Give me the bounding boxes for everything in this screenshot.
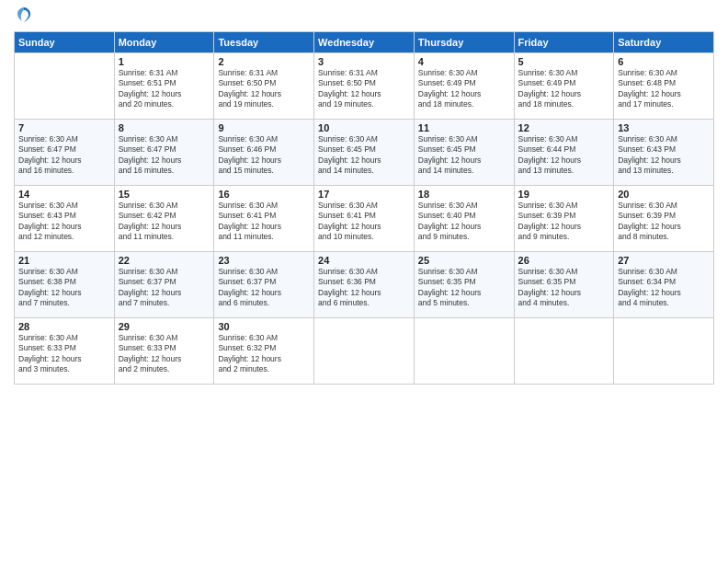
day-number: 22 xyxy=(119,255,210,266)
day-number: 23 xyxy=(218,255,310,266)
calendar-cell: 19Sunrise: 6:30 AM Sunset: 6:39 PM Dayli… xyxy=(514,186,614,252)
day-number: 12 xyxy=(518,122,610,133)
calendar-week-row: 14Sunrise: 6:30 AM Sunset: 6:43 PM Dayli… xyxy=(15,186,714,252)
day-info: Sunrise: 6:30 AM Sunset: 6:49 PM Dayligh… xyxy=(518,68,610,110)
day-info: Sunrise: 6:30 AM Sunset: 6:40 PM Dayligh… xyxy=(418,201,510,243)
day-info: Sunrise: 6:30 AM Sunset: 6:43 PM Dayligh… xyxy=(618,134,710,177)
calendar-cell: 30Sunrise: 6:30 AM Sunset: 6:32 PM Dayli… xyxy=(214,318,314,385)
logo-bird-icon xyxy=(16,6,32,26)
day-number: 16 xyxy=(218,189,310,200)
day-info: Sunrise: 6:30 AM Sunset: 6:32 PM Dayligh… xyxy=(218,333,310,375)
calendar-cell: 16Sunrise: 6:30 AM Sunset: 6:41 PM Dayli… xyxy=(214,186,314,252)
calendar-cell: 2Sunrise: 6:31 AM Sunset: 6:50 PM Daylig… xyxy=(214,53,314,120)
day-info: Sunrise: 6:30 AM Sunset: 6:37 PM Dayligh… xyxy=(119,267,210,309)
calendar-cell: 24Sunrise: 6:30 AM Sunset: 6:36 PM Dayli… xyxy=(314,252,415,318)
day-info: Sunrise: 6:30 AM Sunset: 6:35 PM Dayligh… xyxy=(418,267,510,309)
calendar-table: SundayMondayTuesdayWednesdayThursdayFrid… xyxy=(14,31,714,385)
calendar-week-row: 7Sunrise: 6:30 AM Sunset: 6:47 PM Daylig… xyxy=(15,120,714,186)
day-number: 24 xyxy=(318,255,410,266)
day-number: 8 xyxy=(119,122,210,133)
day-number: 7 xyxy=(18,122,110,133)
day-info: Sunrise: 6:30 AM Sunset: 6:33 PM Dayligh… xyxy=(119,333,210,375)
day-info: Sunrise: 6:30 AM Sunset: 6:36 PM Dayligh… xyxy=(318,267,410,309)
page: SundayMondayTuesdayWednesdayThursdayFrid… xyxy=(0,0,728,563)
day-number: 29 xyxy=(119,321,210,332)
day-info: Sunrise: 6:30 AM Sunset: 6:47 PM Dayligh… xyxy=(18,134,110,177)
day-number: 15 xyxy=(119,189,210,200)
day-info: Sunrise: 6:31 AM Sunset: 6:50 PM Dayligh… xyxy=(318,68,410,110)
day-info: Sunrise: 6:30 AM Sunset: 6:34 PM Dayligh… xyxy=(618,267,710,309)
calendar-cell: 14Sunrise: 6:30 AM Sunset: 6:43 PM Dayli… xyxy=(15,186,115,252)
calendar-cell xyxy=(514,318,614,385)
day-number: 4 xyxy=(418,56,510,67)
day-number: 11 xyxy=(418,122,510,133)
day-number: 9 xyxy=(218,122,310,133)
weekday-header-tuesday: Tuesday xyxy=(214,32,314,53)
logo xyxy=(14,9,32,26)
calendar-cell: 18Sunrise: 6:30 AM Sunset: 6:40 PM Dayli… xyxy=(414,186,514,252)
day-number: 3 xyxy=(318,56,410,67)
day-info: Sunrise: 6:30 AM Sunset: 6:35 PM Dayligh… xyxy=(518,267,610,309)
logo-text xyxy=(14,9,32,26)
day-number: 21 xyxy=(18,255,110,266)
weekday-header-thursday: Thursday xyxy=(414,32,514,53)
calendar-cell: 3Sunrise: 6:31 AM Sunset: 6:50 PM Daylig… xyxy=(314,53,415,120)
calendar-cell: 7Sunrise: 6:30 AM Sunset: 6:47 PM Daylig… xyxy=(15,120,115,186)
calendar-week-row: 28Sunrise: 6:30 AM Sunset: 6:33 PM Dayli… xyxy=(15,318,714,385)
day-info: Sunrise: 6:30 AM Sunset: 6:38 PM Dayligh… xyxy=(18,267,110,309)
header xyxy=(14,9,714,26)
day-info: Sunrise: 6:30 AM Sunset: 6:33 PM Dayligh… xyxy=(18,333,110,375)
calendar-week-row: 1Sunrise: 6:31 AM Sunset: 6:51 PM Daylig… xyxy=(15,53,714,120)
day-number: 26 xyxy=(518,255,610,266)
day-info: Sunrise: 6:30 AM Sunset: 6:45 PM Dayligh… xyxy=(418,134,510,177)
calendar-cell: 25Sunrise: 6:30 AM Sunset: 6:35 PM Dayli… xyxy=(414,252,514,318)
calendar-cell: 28Sunrise: 6:30 AM Sunset: 6:33 PM Dayli… xyxy=(15,318,115,385)
day-info: Sunrise: 6:30 AM Sunset: 6:39 PM Dayligh… xyxy=(618,201,710,243)
day-info: Sunrise: 6:30 AM Sunset: 6:41 PM Dayligh… xyxy=(218,201,310,243)
day-number: 14 xyxy=(18,189,110,200)
day-number: 27 xyxy=(618,255,710,266)
day-number: 25 xyxy=(418,255,510,266)
calendar-cell: 26Sunrise: 6:30 AM Sunset: 6:35 PM Dayli… xyxy=(514,252,614,318)
day-info: Sunrise: 6:30 AM Sunset: 6:41 PM Dayligh… xyxy=(318,201,410,243)
day-number: 30 xyxy=(218,321,310,332)
calendar-cell: 15Sunrise: 6:30 AM Sunset: 6:42 PM Dayli… xyxy=(114,186,214,252)
calendar-cell: 29Sunrise: 6:30 AM Sunset: 6:33 PM Dayli… xyxy=(114,318,214,385)
calendar-cell xyxy=(614,318,714,385)
calendar-cell xyxy=(314,318,415,385)
calendar-cell: 11Sunrise: 6:30 AM Sunset: 6:45 PM Dayli… xyxy=(414,120,514,186)
day-info: Sunrise: 6:31 AM Sunset: 6:51 PM Dayligh… xyxy=(119,68,210,110)
weekday-header-friday: Friday xyxy=(514,32,614,53)
calendar-cell: 27Sunrise: 6:30 AM Sunset: 6:34 PM Dayli… xyxy=(614,252,714,318)
calendar-cell: 8Sunrise: 6:30 AM Sunset: 6:47 PM Daylig… xyxy=(114,120,214,186)
weekday-header-sunday: Sunday xyxy=(15,32,115,53)
day-info: Sunrise: 6:31 AM Sunset: 6:50 PM Dayligh… xyxy=(218,68,310,110)
calendar-cell xyxy=(15,53,115,120)
day-info: Sunrise: 6:30 AM Sunset: 6:46 PM Dayligh… xyxy=(218,134,310,177)
calendar-cell: 10Sunrise: 6:30 AM Sunset: 6:45 PM Dayli… xyxy=(314,120,415,186)
calendar-cell: 6Sunrise: 6:30 AM Sunset: 6:48 PM Daylig… xyxy=(614,53,714,120)
day-info: Sunrise: 6:30 AM Sunset: 6:43 PM Dayligh… xyxy=(18,201,110,243)
day-number: 18 xyxy=(418,189,510,200)
calendar-cell: 20Sunrise: 6:30 AM Sunset: 6:39 PM Dayli… xyxy=(614,186,714,252)
day-number: 19 xyxy=(518,189,610,200)
day-number: 2 xyxy=(218,56,310,67)
calendar-cell: 21Sunrise: 6:30 AM Sunset: 6:38 PM Dayli… xyxy=(15,252,115,318)
calendar-cell: 22Sunrise: 6:30 AM Sunset: 6:37 PM Dayli… xyxy=(114,252,214,318)
calendar-cell: 4Sunrise: 6:30 AM Sunset: 6:49 PM Daylig… xyxy=(414,53,514,120)
day-number: 13 xyxy=(618,122,710,133)
day-info: Sunrise: 6:30 AM Sunset: 6:49 PM Dayligh… xyxy=(418,68,510,110)
day-number: 28 xyxy=(18,321,110,332)
day-number: 20 xyxy=(618,189,710,200)
day-number: 10 xyxy=(318,122,410,133)
calendar-cell: 9Sunrise: 6:30 AM Sunset: 6:46 PM Daylig… xyxy=(214,120,314,186)
day-number: 17 xyxy=(318,189,410,200)
day-info: Sunrise: 6:30 AM Sunset: 6:45 PM Dayligh… xyxy=(318,134,410,177)
calendar-cell: 1Sunrise: 6:31 AM Sunset: 6:51 PM Daylig… xyxy=(114,53,214,120)
day-info: Sunrise: 6:30 AM Sunset: 6:48 PM Dayligh… xyxy=(618,68,710,110)
weekday-header-saturday: Saturday xyxy=(614,32,714,53)
day-info: Sunrise: 6:30 AM Sunset: 6:44 PM Dayligh… xyxy=(518,134,610,177)
weekday-header-wednesday: Wednesday xyxy=(314,32,415,53)
day-info: Sunrise: 6:30 AM Sunset: 6:37 PM Dayligh… xyxy=(218,267,310,309)
weekday-header-monday: Monday xyxy=(114,32,214,53)
